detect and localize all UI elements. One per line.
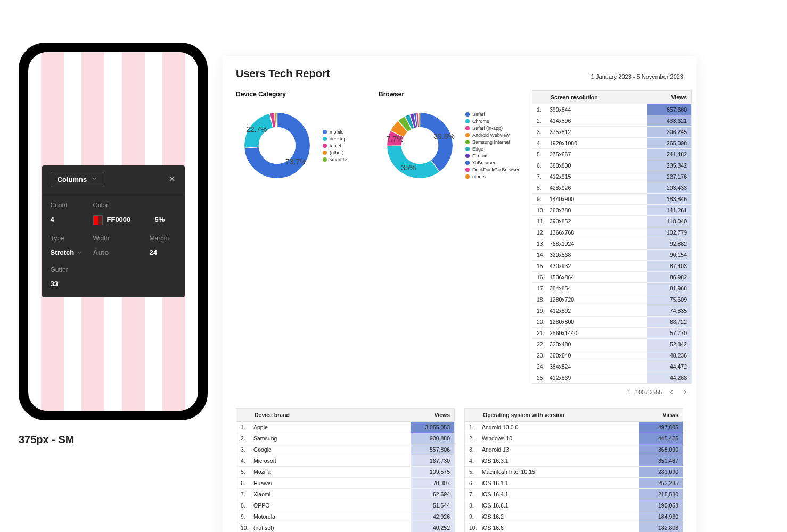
table-row[interactable]: 7.iOS 16.4.1215,580 [465, 489, 683, 500]
table-row[interactable]: 25.412x86944,268 [532, 372, 691, 383]
table-row[interactable]: 2.414x896433,621 [532, 115, 691, 127]
table-row[interactable]: 22.320x48052,342 [532, 339, 691, 350]
legend-item: DuckDuckGo Browser [465, 167, 520, 172]
row-value: 433,621 [647, 115, 691, 126]
table-row[interactable]: 1.Android 13.0.0497,605 [465, 422, 683, 433]
table-row[interactable]: 3.Google557,806 [236, 444, 454, 455]
legend-swatch-icon [323, 151, 327, 155]
margin-input[interactable]: 24 [150, 248, 176, 256]
table-row[interactable]: 7.Xiaomi62,694 [236, 489, 454, 500]
row-value: 445,426 [639, 433, 683, 444]
table-row[interactable]: 5.Macintosh Intel 10.15281,090 [465, 467, 683, 478]
row-value: 52,342 [647, 339, 691, 350]
table-row[interactable]: 19.412x89274,835 [532, 305, 691, 317]
chart-legend: SafariChromeSafari (in-app)Android Webvi… [465, 112, 520, 179]
table-row[interactable]: 1.390x844857,660 [532, 104, 691, 115]
legend-swatch-icon [465, 147, 470, 151]
legend-swatch-icon [323, 144, 327, 148]
table-row[interactable]: 8.OPPO51,544 [236, 500, 454, 511]
legend-label: smart tv [330, 157, 347, 162]
row-index: 17. [532, 283, 546, 294]
row-name: Windows 10 [479, 433, 639, 444]
table-row[interactable]: 20.1280x80068,722 [532, 317, 691, 328]
row-name: 320x480 [546, 339, 647, 350]
color-input[interactable]: FF0000 [93, 215, 150, 225]
table-row[interactable]: 6.iOS 16.1.1252,285 [465, 478, 683, 489]
row-index: 6. [532, 160, 546, 171]
row-index: 20. [532, 317, 546, 327]
gutter-input[interactable]: 33 [51, 280, 88, 288]
table-row[interactable]: 4.iOS 16.3.1351,487 [465, 455, 683, 467]
row-index: 15. [532, 261, 546, 271]
close-icon[interactable] [168, 174, 176, 185]
table-row[interactable]: 4.Microsoft167,730 [236, 455, 454, 467]
row-value: 62,694 [411, 489, 454, 500]
table-row[interactable]: 12.1366x768102,779 [532, 227, 691, 238]
pager-prev-button[interactable] [667, 388, 676, 396]
row-index: 10. [532, 205, 546, 215]
legend-item: Safari [465, 112, 520, 117]
device-category-chart: Device Category 73.7%22.7% mobiledesktop… [236, 90, 369, 187]
table-row[interactable]: 6.360x800235,342 [532, 160, 691, 171]
table-row[interactable]: 24.384x82444,472 [532, 361, 691, 372]
table-row[interactable]: 3.Android 13368,090 [465, 444, 683, 455]
table-row[interactable]: 5.375x667241,482 [532, 149, 691, 160]
table-row[interactable]: 8.428x926203,433 [532, 182, 691, 194]
width-input[interactable]: Auto [93, 248, 144, 256]
phone-caption: 375px - SM [19, 434, 208, 446]
legend-item: (other) [323, 150, 347, 155]
row-value: 81,968 [647, 283, 691, 294]
table-row[interactable]: 9.iOS 16.2184,960 [465, 511, 683, 522]
table-row[interactable]: 16.1536x86486,982 [532, 272, 691, 283]
row-name: Macintosh Intel 10.15 [479, 467, 639, 477]
table-row[interactable]: 17.384x85481,968 [532, 283, 691, 294]
table-row[interactable]: 9.1440x900183,846 [532, 194, 691, 205]
row-name: Xiaomi [250, 489, 411, 500]
row-index: 9. [465, 511, 479, 522]
row-index: 8. [532, 182, 546, 193]
screen-resolution-table: Screen resolutionViews1.390x844857,6602.… [532, 90, 692, 384]
row-index: 11. [532, 216, 546, 227]
row-name: Motorola [250, 511, 411, 522]
opacity-input[interactable]: 5% [155, 215, 176, 223]
row-name: 393x852 [546, 216, 647, 227]
table-row[interactable]: 13.768x102492,882 [532, 238, 691, 250]
table-row[interactable]: 8.iOS 16.6.1190,053 [465, 500, 683, 511]
row-value: 68,722 [647, 317, 691, 327]
table-row[interactable]: 4.1920x1080265,098 [532, 138, 691, 149]
table-row[interactable]: 9.Motorola42,926 [236, 511, 454, 522]
row-value: 203,433 [647, 182, 691, 193]
legend-item: mobile [323, 129, 347, 135]
table-row[interactable]: 6.Huawei70,307 [236, 478, 454, 489]
row-value: 900,880 [411, 433, 454, 444]
row-name: 360x800 [546, 160, 647, 171]
type-select[interactable]: Stretch [51, 248, 88, 256]
count-input[interactable]: 4 [51, 215, 88, 223]
table-row[interactable]: 18.1280x72075,609 [532, 294, 691, 305]
table-row[interactable]: 11.393x852118,040 [532, 216, 691, 227]
table-row[interactable]: 3.375x812306,245 [532, 127, 691, 138]
screen-resolution-table-wrap: Screen resolutionViews1.390x844857,6602.… [532, 90, 692, 396]
row-value: 92,882 [647, 238, 691, 249]
donut-label: 73.7% [285, 157, 307, 166]
table-col-header: Views [647, 91, 691, 104]
table-row[interactable]: 10.360x780141,261 [532, 205, 691, 216]
pager-next-button[interactable] [681, 388, 690, 396]
table-row[interactable]: 7.412x915227,176 [532, 171, 691, 182]
chevron-down-icon [91, 176, 97, 184]
table-row[interactable]: 10.(not set)40,252 [236, 522, 454, 532]
table-row[interactable]: 14.320x56890,154 [532, 250, 691, 261]
table-row[interactable]: 23.360x64048,236 [532, 350, 691, 361]
table-row[interactable]: 2.Windows 10445,426 [465, 433, 683, 444]
row-value: 3,055,053 [411, 422, 454, 433]
table-row[interactable]: 1.Apple3,055,053 [236, 422, 454, 433]
table-row[interactable]: 15.430x93287,403 [532, 261, 691, 272]
table-row[interactable]: 5.Mozilla109,575 [236, 467, 454, 478]
panel-type-selector[interactable]: Columns [51, 172, 105, 187]
legend-label: YaBrowser [472, 160, 495, 165]
table-row[interactable]: 10.iOS 16.6182,808 [465, 522, 683, 532]
legend-label: Safari [472, 112, 485, 117]
row-name: Apple [250, 422, 411, 433]
table-row[interactable]: 2.Samsung900,880 [236, 433, 454, 444]
table-row[interactable]: 21.2560x144057,770 [532, 328, 691, 339]
